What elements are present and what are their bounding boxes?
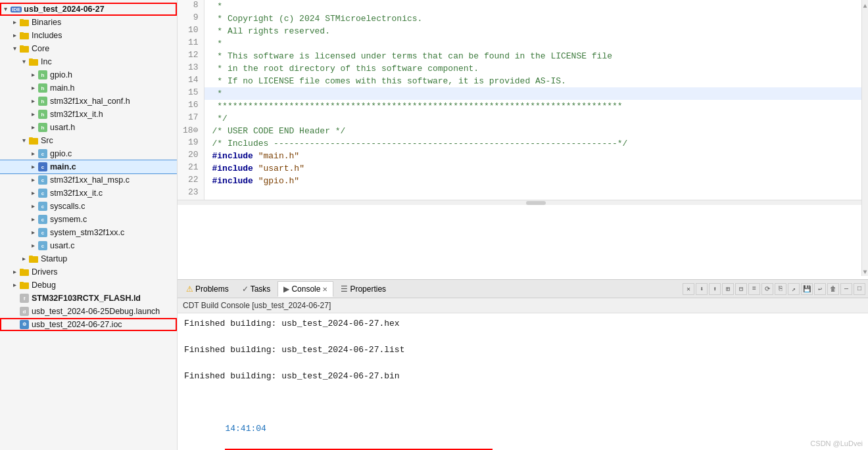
folder-icon-startup — [29, 254, 38, 263]
maximize-btn[interactable]: □ — [854, 283, 865, 295]
ioc-icon: ⚙ — [20, 320, 29, 329]
export-btn[interactable]: ↗ — [788, 283, 800, 295]
debug-launch-label: usb_test_2024-06-25Debug.launch — [32, 307, 160, 316]
line-num-17: 17 — [178, 112, 204, 125]
svg-rect-11 — [29, 256, 33, 258]
minimize-btn[interactable]: — — [840, 283, 852, 295]
tasks-icon: ✓ — [242, 284, 249, 294]
watermark: CSDN @LuDvei — [810, 439, 863, 447]
h-file-icon-it: h — [38, 110, 47, 119]
project-root[interactable]: IDE usb_test_2024-06-27 — [0, 3, 177, 16]
chevron-usart-c — [29, 242, 37, 250]
tree-gpio-c[interactable]: c gpio.c — [0, 147, 177, 160]
code-line-16: 16 *************************************… — [178, 100, 868, 112]
tree-debug[interactable]: Debug — [0, 279, 177, 292]
line-content-12: * This software is licensed under terms … — [204, 50, 868, 62]
tree-hal-msp-c[interactable]: c stm32f1xx_hal_msp.c — [0, 173, 177, 187]
tree-hal-conf-h[interactable]: h stm32f1xx_hal_conf.h — [0, 95, 177, 108]
svg-rect-1 — [20, 19, 24, 21]
drivers-label: Drivers — [32, 267, 58, 277]
split-btn[interactable]: ⊟ — [735, 283, 747, 295]
list-btn[interactable]: ≡ — [748, 283, 760, 295]
inc-label: Inc — [41, 57, 52, 66]
tree-main-h[interactable]: h main.h — [0, 81, 177, 95]
console-body[interactable]: Finished building: usb_test_2024-06-27.h… — [178, 313, 868, 450]
tree-core[interactable]: Core — [0, 42, 177, 55]
copy-btn[interactable]: ⎘ — [775, 283, 786, 295]
debug-label: Debug — [32, 281, 56, 290]
chevron-it-h — [29, 110, 37, 118]
tree-sysmem-c[interactable]: c sysmem.c — [0, 213, 177, 226]
save-btn[interactable]: 💾 — [801, 283, 813, 295]
code-line-21: 21 #include "usart.h" — [178, 162, 868, 175]
c-file-icon-syscalls: c — [38, 202, 47, 211]
tab-console[interactable]: ▶ Console ✕ — [277, 281, 333, 297]
chevron-project — [1, 5, 9, 13]
tree-includes[interactable]: Includes — [0, 29, 177, 42]
chevron-usart-h — [29, 124, 37, 131]
binaries-label: Binaries — [32, 18, 61, 27]
console-line-3: Finished building: usb_test_2024-06-27.l… — [184, 344, 861, 357]
code-editor[interactable]: 8 * 9 * Copyright (c) 2024 STMicroelectr… — [178, 0, 868, 200]
tree-inc[interactable]: Inc — [0, 55, 177, 68]
tree-debug-launch[interactable]: d usb_test_2024-06-25Debug.launch — [0, 305, 177, 318]
tree-gpio-h[interactable]: h gpio.h — [0, 68, 177, 81]
tab-console-label: Console — [291, 284, 320, 294]
chevron-debug-launch — [11, 307, 18, 315]
horizontal-scrollbar[interactable] — [178, 200, 868, 205]
project-label: usb_test_2024-06-27 — [24, 5, 104, 14]
chevron-gpio-c — [29, 150, 37, 158]
vertical-scrollbar[interactable]: ▲ ▼ — [861, 0, 868, 276]
console-line-4 — [184, 357, 861, 370]
code-line-19: 19 /* Includes -------------------------… — [178, 137, 868, 150]
line-content-14: * If no LICENSE file comes with this sof… — [204, 75, 868, 87]
tree-main-c[interactable]: c main.c — [0, 160, 177, 173]
clear-btn[interactable]: 🗑 — [827, 283, 839, 295]
pin-down-btn[interactable]: ⬇ — [696, 283, 708, 295]
file-tree-panel: IDE usb_test_2024-06-27 Binaries Include… — [0, 0, 178, 450]
h-file-icon-usart: h — [38, 123, 47, 132]
stack-btn[interactable]: ⊞ — [722, 283, 734, 295]
tree-syscalls-c[interactable]: c syscalls.c — [0, 200, 177, 213]
tree-drivers[interactable]: Drivers — [0, 265, 177, 279]
generic-icon-flash-ld: f — [20, 294, 29, 303]
sysmem-c-label: sysmem.c — [50, 215, 87, 224]
close-console-btn[interactable]: ✕ — [683, 283, 694, 295]
wrap-btn[interactable]: ↩ — [814, 283, 826, 295]
line-content-8: * — [204, 0, 868, 12]
line-content-19: /* Includes ----------------------------… — [204, 137, 868, 150]
usart-c-label: usart.c — [50, 241, 75, 250]
h-file-icon-gpio: h — [38, 70, 47, 79]
tree-binaries[interactable]: Binaries — [0, 16, 177, 29]
startup-label: Startup — [41, 254, 67, 263]
folder-icon-drivers — [20, 267, 29, 277]
line-num-20: 20 — [178, 150, 204, 162]
tree-system-c[interactable]: c system_stm32f1xx.c — [0, 226, 177, 239]
line-num-15: 15 — [178, 87, 204, 100]
tree-it-h[interactable]: h stm32f1xx_it.h — [0, 108, 177, 121]
c-file-icon-sysmem: c — [38, 215, 47, 224]
tree-src[interactable]: Src — [0, 134, 177, 147]
c-file-icon-hal-msp: c — [38, 175, 47, 185]
console-close-button[interactable]: ✕ — [322, 286, 327, 293]
syscalls-c-label: syscalls.c — [50, 202, 85, 211]
tab-problems-label: Problems — [195, 284, 229, 294]
tree-flash-ld[interactable]: f STM32F103RCTX_FLASH.ld — [0, 292, 177, 305]
tree-usart-h[interactable]: h usart.h — [0, 121, 177, 134]
tab-tasks[interactable]: ✓ Tasks — [236, 281, 277, 297]
line-content-11: * — [204, 37, 868, 50]
folder-icon-core — [20, 44, 29, 53]
tab-problems[interactable]: ⚠ Problems — [180, 281, 235, 297]
pin-up-btn[interactable]: ⬆ — [709, 283, 721, 295]
tree-it-c[interactable]: c stm32f1xx_it.c — [0, 187, 177, 200]
tree-usart-c[interactable]: c usart.c — [0, 239, 177, 252]
code-line-13: 13 * in the root directory of this softw… — [178, 62, 868, 75]
tree-startup[interactable]: Startup — [0, 252, 177, 265]
tab-properties[interactable]: ☰ Properties — [335, 281, 392, 297]
line-content-16: ****************************************… — [204, 100, 868, 112]
it-c-label: stm32f1xx_it.c — [50, 189, 103, 198]
tabs-actions: ✕ ⬇ ⬆ ⊞ ⊟ ≡ ⟳ ⎘ ↗ 💾 ↩ 🗑 — □ — [683, 283, 865, 295]
chevron-flash-ld — [11, 294, 18, 302]
tree-ioc[interactable]: ⚙ usb_test_2024-06-27.ioc — [0, 318, 177, 331]
history-btn[interactable]: ⟳ — [761, 283, 773, 295]
